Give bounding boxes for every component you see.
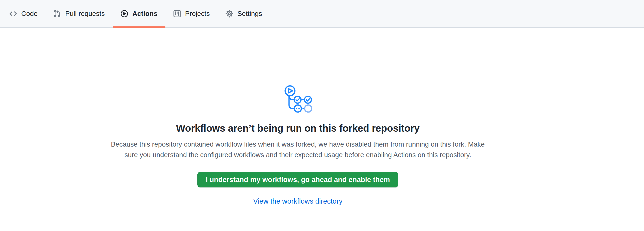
tab-label: Projects — [185, 10, 210, 17]
view-workflows-directory-link[interactable]: View the workflows directory — [253, 197, 342, 205]
tab-label: Code — [21, 10, 38, 17]
blankslate-description: Because this repository contained workfl… — [0, 139, 596, 160]
tab-label: Actions — [132, 10, 158, 17]
tab-label: Pull requests — [65, 10, 105, 17]
actions-blankslate: Workflows aren’t being run on this forke… — [0, 82, 596, 205]
gear-icon — [226, 10, 233, 18]
blankslate-title: Workflows aren’t being run on this forke… — [0, 122, 596, 135]
workflow-graph-icon — [0, 82, 596, 114]
enable-workflows-button[interactable]: I understand my workflows, go ahead and … — [198, 172, 398, 187]
tab-settings[interactable]: Settings — [218, 0, 270, 27]
tab-actions[interactable]: Actions — [113, 0, 166, 27]
tab-projects[interactable]: Projects — [166, 0, 218, 27]
play-icon — [120, 10, 128, 18]
code-icon — [9, 10, 17, 18]
description-line: sure you understand the configured workf… — [0, 149, 596, 160]
repo-tab-nav: Code Pull requests Actions — [0, 0, 644, 28]
git-pull-request-icon — [53, 10, 61, 18]
tab-label: Settings — [238, 10, 262, 17]
tab-code[interactable]: Code — [2, 0, 46, 27]
tab-pull-requests[interactable]: Pull requests — [46, 0, 113, 27]
description-line: Because this repository contained workfl… — [0, 139, 596, 149]
project-icon — [173, 10, 181, 18]
